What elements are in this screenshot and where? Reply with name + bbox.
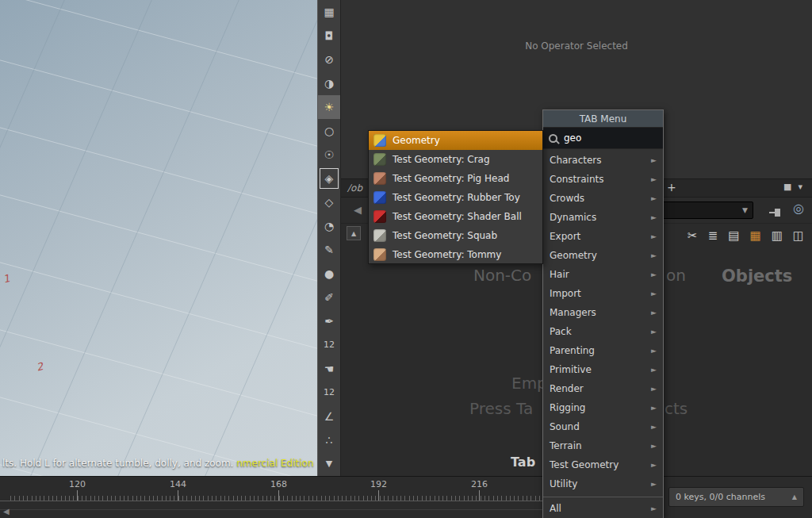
link-target-icon[interactable]: ◎	[793, 201, 804, 216]
tools-icon[interactable]: ✂	[688, 228, 698, 243]
result-item[interactable]: Geometry	[369, 131, 542, 150]
category-label: Render	[550, 383, 651, 394]
tab-menu-category[interactable]: Test Geometry►	[543, 455, 663, 474]
tab-key-hint: Tab	[511, 455, 535, 470]
pin-panel-icon[interactable]	[769, 205, 782, 221]
tab-menu-category[interactable]: Sound►	[543, 417, 663, 436]
category-label: Import	[550, 288, 651, 299]
headlight-icon[interactable]: ☀	[318, 95, 340, 119]
timeline-scroll-left-icon[interactable]: ◀	[3, 507, 10, 516]
result-label: Test Geometry: Squab	[393, 230, 497, 241]
scroll-up-icon[interactable]: ▲	[347, 226, 361, 240]
viewport-layout-icon[interactable]: ▦	[318, 0, 340, 24]
operator-icon	[373, 210, 386, 223]
eyedropper-icon[interactable]: ✒	[318, 309, 340, 333]
tab-menu-category[interactable]: Rigging►	[543, 398, 663, 417]
tab-menu-category[interactable]: Constraints►	[543, 170, 663, 189]
result-item[interactable]: Test Geometry: Shader Ball	[369, 207, 542, 226]
tab-menu-category[interactable]: Utility►	[543, 474, 663, 493]
category-label: Primitive	[550, 364, 651, 375]
category-label: Test Geometry	[550, 459, 651, 470]
tab-menu-category[interactable]: Characters►	[543, 151, 663, 170]
stroke-icon[interactable]: ✐	[318, 286, 340, 309]
toolbar-scroll-down-icon[interactable]: ▼	[318, 452, 340, 476]
submenu-arrow-icon: ►	[651, 175, 657, 183]
brush-icon[interactable]: ✎	[318, 238, 340, 262]
grid-view-icon[interactable]: ▥	[772, 228, 783, 243]
operator-icon	[373, 191, 386, 204]
tab-menu-category[interactable]: Render►	[543, 379, 663, 398]
no-operator-message: No Operator Selected	[341, 40, 812, 52]
category-label: Crowds	[550, 193, 651, 204]
mirror-icon[interactable]: ◔	[318, 214, 340, 238]
network-path[interactable]: /ob	[347, 182, 362, 194]
material-icon[interactable]: ◈	[318, 167, 340, 190]
tab-menu-category[interactable]: Import►	[543, 284, 663, 303]
tab-menu-category[interactable]: Hair►	[543, 265, 663, 284]
panel-menu-caret-icon[interactable]: ▾	[798, 182, 802, 192]
hand-tool-icon[interactable]: ☚	[318, 357, 340, 381]
panel-split-icon[interactable]: ◫	[793, 228, 804, 243]
tab-menu-category[interactable]: Geometry►	[543, 246, 663, 265]
list-view-icon[interactable]: ▤	[728, 228, 739, 243]
scene-viewport[interactable]: 1 2 lts. Hold L for alternate tumble, do…	[0, 0, 317, 476]
angle-snap-icon[interactable]: ∠	[318, 405, 340, 428]
submenu-arrow-icon: ►	[651, 194, 657, 202]
result-item[interactable]: Test Geometry: Tommy	[369, 245, 542, 264]
result-label: Test Geometry: Pig Head	[393, 173, 509, 184]
category-label: Characters	[550, 155, 651, 166]
tab-menu-category[interactable]: Terrain►	[543, 436, 663, 455]
operator-icon	[373, 229, 386, 242]
tab-menu-search-row	[543, 128, 663, 149]
tab-menu-category[interactable]: Dynamics►	[543, 208, 663, 227]
submenu-arrow-icon: ►	[651, 328, 657, 336]
submenu-arrow-icon: ►	[651, 461, 657, 469]
category-label: Sound	[550, 421, 651, 432]
tab-search-input[interactable]	[564, 132, 657, 144]
category-label: Terrain	[550, 440, 651, 451]
frame-count-icon[interactable]: 12	[318, 333, 340, 357]
tab-menu-category[interactable]: Export►	[543, 227, 663, 246]
category-label: All	[550, 503, 651, 514]
category-label: Dynamics	[550, 212, 651, 223]
submenu-arrow-icon: ►	[651, 213, 657, 221]
submenu-arrow-icon: ►	[651, 251, 657, 259]
add-path-button[interactable]: +	[667, 181, 676, 194]
ghost-objects-icon[interactable]: ☉	[318, 143, 340, 167]
help-message: lts. Hold L for alternate tumble, dolly,…	[2, 458, 236, 469]
tab-menu-category-all[interactable]: All ►	[543, 499, 663, 518]
keys-channels-button[interactable]: 0 keys, 0/0 channels ▲	[668, 487, 804, 507]
result-item[interactable]: Test Geometry: Squab	[369, 226, 542, 245]
tab-menu-category[interactable]: Pack►	[543, 322, 663, 341]
operator-icon	[373, 153, 386, 166]
light-icon[interactable]: ○	[318, 119, 340, 143]
tab-menu-category[interactable]: Crowds►	[543, 189, 663, 208]
no-selection-icon[interactable]: ⊘	[318, 48, 340, 71]
noncommercial-watermark-fragment: on	[666, 266, 686, 285]
maximize-icon[interactable]: ■	[783, 182, 791, 192]
submenu-arrow-icon: ►	[651, 156, 657, 164]
result-label: Test Geometry: Shader Ball	[393, 211, 522, 222]
category-label: Hair	[550, 269, 651, 280]
result-item[interactable]: Test Geometry: Crag	[369, 150, 542, 169]
tab-menu-category[interactable]: Parenting►	[543, 341, 663, 360]
frame-count-2-icon[interactable]: 12	[318, 381, 340, 405]
result-item[interactable]: Test Geometry: Pig Head	[369, 169, 542, 188]
submenu-arrow-icon: ►	[651, 480, 657, 488]
point-icon[interactable]: ●	[318, 262, 340, 286]
submenu-arrow-icon: ►	[651, 347, 657, 355]
tab-menu-category[interactable]: Primitive►	[543, 360, 663, 379]
lock-camera-icon[interactable]: ◘	[318, 24, 340, 48]
point-snap-icon[interactable]: ∴	[318, 428, 340, 452]
tab-menu-category[interactable]: Managers►	[543, 303, 663, 322]
result-label: Test Geometry: Crag	[393, 154, 490, 165]
dome-light-icon[interactable]: ◑	[318, 71, 340, 95]
result-label: Test Geometry: Rubber Toy	[393, 192, 520, 203]
back-arrow-icon[interactable]: ◀	[354, 204, 362, 216]
shade-mode-icon[interactable]: ◇	[318, 190, 340, 214]
color-palette-icon[interactable]: ▦	[749, 228, 760, 243]
tree-view-icon[interactable]: ≣	[708, 228, 718, 243]
result-label: Test Geometry: Tommy	[393, 249, 501, 260]
timeline[interactable]: 120144168192216 ◀ 0 keys, 0/0 channels ▲	[0, 476, 812, 518]
result-item[interactable]: Test Geometry: Rubber Toy	[369, 188, 542, 207]
